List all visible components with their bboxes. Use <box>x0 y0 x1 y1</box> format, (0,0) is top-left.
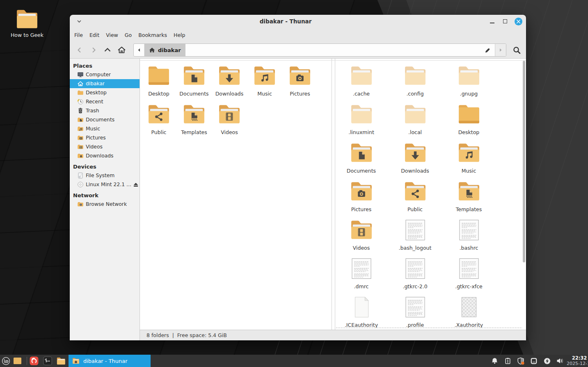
file-pane-left[interactable]: Desktop Documents Downloads Music <box>140 59 332 330</box>
sidebar: Places Computer dibakar <box>70 59 140 340</box>
file-item[interactable]: Music <box>442 138 496 176</box>
menu-item[interactable]: Go <box>121 30 135 40</box>
pane-splitter[interactable] <box>332 59 335 330</box>
file-item[interactable]: Desktop <box>141 61 176 99</box>
pathbar-empty[interactable] <box>185 44 480 56</box>
sidebar-item[interactable]: Music <box>70 124 140 133</box>
sidebar-item-icon <box>77 181 84 188</box>
menu-item[interactable]: Help <box>170 30 189 40</box>
menu-item[interactable]: Bookmarks <box>135 30 170 40</box>
file-item[interactable]: .cache <box>335 61 388 99</box>
file-item-icon <box>218 66 240 86</box>
file-item[interactable]: Pictures <box>282 61 318 99</box>
file-item[interactable]: Templates <box>176 99 212 138</box>
file-item[interactable]: Videos <box>335 215 388 253</box>
sidebar-item[interactable]: Computer <box>70 70 140 79</box>
terminal-launcher[interactable] <box>41 355 54 367</box>
file-item[interactable]: .config <box>388 61 442 99</box>
window-menu-chevron-icon[interactable] <box>74 17 84 26</box>
back-button[interactable] <box>73 44 87 56</box>
file-item-label: Videos <box>353 245 370 251</box>
file-item[interactable]: Pictures <box>335 176 388 215</box>
file-item[interactable]: Documents <box>176 61 212 99</box>
titlebar[interactable]: dibakar - Thunar <box>70 15 526 28</box>
file-manager-launcher[interactable] <box>54 355 68 367</box>
notifications-tray-button[interactable] <box>488 355 501 367</box>
sidebar-item[interactable]: Pictures <box>70 133 140 142</box>
battery-tray-button[interactable] <box>527 355 540 367</box>
pathbar-scroll-left-button[interactable] <box>134 44 144 56</box>
maximize-button[interactable] <box>500 16 510 26</box>
minimize-button[interactable] <box>487 16 497 26</box>
menu-item[interactable]: File <box>71 30 86 40</box>
file-item[interactable]: Public <box>388 176 442 215</box>
file-item[interactable]: Music <box>247 61 282 99</box>
sidebar-item[interactable]: File System <box>70 171 140 180</box>
file-item-label: Pictures <box>351 206 372 212</box>
file-item[interactable]: Templates <box>442 176 496 215</box>
file-item[interactable]: .bash_logout <box>388 215 442 253</box>
eject-icon[interactable] <box>133 182 139 187</box>
file-item-label: Templates <box>181 129 207 135</box>
sidebar-item[interactable]: Documents <box>70 115 140 124</box>
file-item[interactable]: .linuxmint <box>335 99 388 138</box>
file-item-label: Downloads <box>215 91 244 97</box>
file-item[interactable]: Downloads <box>212 61 247 99</box>
close-button[interactable] <box>513 16 523 26</box>
power-manager-tray-button[interactable] <box>540 355 554 367</box>
file-pane-right[interactable]: .cache .config .gnupg .linuxmint <box>335 59 526 330</box>
clipboard-tray-button[interactable] <box>501 355 514 367</box>
file-item[interactable]: .local <box>388 99 442 138</box>
menu-item[interactable]: View <box>103 30 121 40</box>
file-item[interactable]: Public <box>141 99 176 138</box>
desktop-shortcut-how-to-geek[interactable]: How to Geek <box>7 9 47 38</box>
file-item[interactable]: .gnupg <box>442 61 496 99</box>
sidebar-item[interactable]: Recent <box>70 97 140 106</box>
clock[interactable]: 22:32 2025-12-11 <box>567 356 588 366</box>
file-item-label: .profile <box>406 322 424 328</box>
path-crumb-home[interactable]: dibakar <box>144 44 185 56</box>
file-item[interactable]: .profile <box>388 292 442 330</box>
sidebar-item[interactable]: Desktop <box>70 88 140 97</box>
file-item[interactable]: .Xauthority <box>442 292 496 330</box>
firefox-launcher[interactable] <box>27 355 41 367</box>
sidebar-item[interactable]: Downloads <box>70 151 140 160</box>
file-item[interactable]: Desktop <box>442 99 496 138</box>
sidebar-item[interactable]: Trash <box>70 106 140 115</box>
menu-item[interactable]: Edit <box>86 30 103 40</box>
file-item-icon <box>350 258 373 279</box>
sidebar-item-icon <box>77 201 84 207</box>
pathbar-edit-button[interactable] <box>480 44 495 56</box>
update-shield-tray-button[interactable] <box>514 355 527 367</box>
clock-time: 22:32 <box>567 356 588 361</box>
show-desktop-button[interactable] <box>11 355 23 367</box>
file-item-icon <box>458 104 480 125</box>
file-item[interactable]: .gtkrc-2.0 <box>388 253 442 292</box>
volume-tray-button[interactable] <box>554 355 567 367</box>
sidebar-item[interactable]: Linux Mint 22.1 … <box>70 180 140 189</box>
pathbar[interactable]: dibakar <box>133 43 506 57</box>
sidebar-item[interactable]: dibakar <box>70 79 140 88</box>
file-item[interactable]: .gtkrc-xfce <box>442 253 496 292</box>
start-menu-button[interactable] <box>0 355 11 367</box>
file-item-icon <box>458 181 480 202</box>
sidebar-item[interactable]: Videos <box>70 142 140 151</box>
up-button[interactable] <box>101 44 114 56</box>
search-button[interactable] <box>510 44 523 56</box>
sidebar-item-icon <box>77 98 84 105</box>
file-item[interactable]: Documents <box>335 138 388 176</box>
file-item-label: .cache <box>353 91 370 97</box>
file-item[interactable]: .bashrc <box>442 215 496 253</box>
pathbar-scroll-right-button[interactable] <box>495 44 506 56</box>
home-button[interactable] <box>114 44 128 56</box>
file-item[interactable]: Videos <box>212 99 247 138</box>
sidebar-item[interactable]: Browse Network <box>70 200 140 209</box>
scrollbar-thumb[interactable] <box>523 61 525 262</box>
sidebar-item-label: Pictures <box>86 135 106 141</box>
file-item[interactable]: .dmrc <box>335 253 388 292</box>
file-item-icon <box>404 104 426 125</box>
file-item[interactable]: Downloads <box>388 138 442 176</box>
forward-button[interactable] <box>87 44 101 56</box>
file-item[interactable]: .ICEauthority <box>335 292 388 330</box>
taskbar-window-button[interactable]: dibakar - Thunar <box>69 355 151 367</box>
